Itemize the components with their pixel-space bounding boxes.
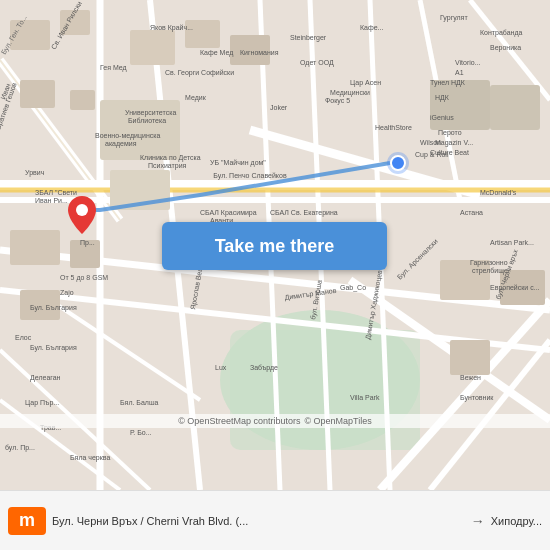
svg-point-118 bbox=[76, 204, 88, 216]
svg-rect-31 bbox=[130, 30, 175, 65]
svg-text:СБАЛ Св. Екатерина: СБАЛ Св. Екатерина bbox=[270, 209, 338, 217]
svg-text:Медицински: Медицински bbox=[330, 89, 370, 97]
svg-rect-40 bbox=[450, 340, 490, 375]
svg-text:Делеаган: Делеаган bbox=[30, 374, 61, 382]
svg-text:Урвич: Урвич bbox=[25, 169, 45, 177]
svg-text:Библиотека: Библиотека bbox=[128, 117, 166, 124]
svg-text:стрелбище: стрелбище bbox=[472, 267, 508, 275]
svg-text:Villa Park: Villa Park bbox=[350, 394, 380, 401]
svg-rect-28 bbox=[10, 230, 60, 265]
svg-text:Steinberger: Steinberger bbox=[290, 34, 327, 42]
svg-text:Lux: Lux bbox=[215, 364, 227, 371]
svg-text:Бунтовник: Бунтовник bbox=[460, 394, 494, 402]
svg-text:Бул. България: Бул. България bbox=[30, 304, 77, 312]
svg-text:Иван Ри...: Иван Ри... bbox=[35, 197, 68, 204]
svg-text:Тунел НДК: Тунел НДК bbox=[430, 79, 466, 87]
svg-rect-27 bbox=[70, 90, 95, 110]
svg-text:Joker: Joker bbox=[270, 104, 288, 111]
svg-text:Вежен: Вежен bbox=[460, 374, 481, 381]
svg-text:Контрабанда: Контрабанда bbox=[480, 29, 523, 37]
destination-stop-label: Хиподру... bbox=[491, 515, 542, 527]
svg-text:Клиника по Детска: Клиника по Детска bbox=[140, 154, 201, 162]
svg-text:Гея Мед: Гея Мед bbox=[100, 64, 127, 72]
destination-pin bbox=[68, 196, 96, 232]
svg-text:НДК: НДК bbox=[435, 94, 450, 102]
arrow-right-icon: → bbox=[471, 513, 485, 529]
moovit-icon: m bbox=[8, 507, 46, 535]
svg-text:Гарнизонно: Гарнизонно bbox=[470, 259, 508, 267]
svg-text:Artisan Park...: Artisan Park... bbox=[490, 239, 534, 246]
omt-attribution: © OpenMapTiles bbox=[304, 416, 371, 426]
svg-text:Астана: Астана bbox=[460, 209, 483, 216]
svg-text:Цар Асен: Цар Асен bbox=[350, 79, 381, 87]
svg-text:Кафе...: Кафе... bbox=[360, 24, 384, 32]
origin-stop-label: Бул. Черни Връх / Cherni Vrah Blvd. (... bbox=[52, 515, 465, 527]
svg-text:От 5 до 8 GSM: От 5 до 8 GSM bbox=[60, 274, 108, 282]
svg-text:Вероника: Вероника bbox=[490, 44, 521, 52]
svg-text:Кафе Мед: Кафе Мед bbox=[200, 49, 233, 57]
svg-text:Magazin V...: Magazin V... bbox=[435, 139, 473, 147]
svg-rect-26 bbox=[20, 80, 55, 108]
svg-text:Бул. България: Бул. България bbox=[30, 344, 77, 352]
svg-text:Zajo: Zajo bbox=[60, 289, 74, 297]
svg-text:Цар Пър...: Цар Пър... bbox=[25, 399, 59, 407]
map-view: Бул. Ген. То... Бул. Пенчо Славейков Пр.… bbox=[0, 0, 550, 490]
svg-text:Пр...: Пр... bbox=[80, 239, 95, 247]
svg-text:Психиатрия: Психиатрия bbox=[148, 162, 187, 170]
svg-text:Бул. Пенчо Славейков: Бул. Пенчо Славейков bbox=[213, 172, 287, 180]
svg-text:бул. Пр...: бул. Пр... bbox=[5, 444, 35, 452]
take-me-there-button[interactable]: Take me there bbox=[162, 222, 387, 270]
svg-text:Фокус 5: Фокус 5 bbox=[325, 97, 350, 105]
svg-text:Яков Крайч...: Яков Крайч... bbox=[150, 24, 193, 32]
moovit-logo: m bbox=[8, 507, 46, 535]
svg-text:Забърде: Забърде bbox=[250, 364, 278, 372]
svg-text:Гургулят: Гургулят bbox=[440, 14, 468, 22]
svg-text:HealthStore: HealthStore bbox=[375, 124, 412, 131]
svg-rect-38 bbox=[440, 260, 490, 300]
svg-text:iGenius: iGenius bbox=[430, 114, 454, 121]
svg-text:Gab_Co: Gab_Co bbox=[340, 284, 366, 292]
svg-text:ЗБАЛ "Свети: ЗБАЛ "Свети bbox=[35, 189, 77, 196]
svg-text:Vitorio...: Vitorio... bbox=[455, 59, 481, 66]
svg-text:McDonald's: McDonald's bbox=[480, 189, 517, 196]
svg-text:Одет ООД: Одет ООД bbox=[300, 59, 334, 67]
svg-rect-36 bbox=[430, 80, 490, 130]
svg-text:Culture Beat: Culture Beat bbox=[430, 149, 469, 156]
svg-text:Университетска: Университетска bbox=[125, 109, 176, 117]
svg-text:академия: академия bbox=[105, 140, 137, 148]
svg-text:A1: A1 bbox=[455, 69, 464, 76]
svg-text:Военно-медицинска: Военно-медицинска bbox=[95, 132, 160, 140]
svg-text:СБАЛ Красимира: СБАЛ Красимира bbox=[200, 209, 257, 217]
svg-text:УБ "Майчин дом": УБ "Майчин дом" bbox=[210, 159, 266, 167]
svg-text:Бял. Балша: Бял. Балша bbox=[120, 399, 159, 406]
bottom-bar: m Бул. Черни Връх / Cherni Vrah Blvd. (.… bbox=[0, 490, 550, 550]
svg-text:Перото: Перото bbox=[438, 129, 462, 137]
svg-text:Св. Георги Софийски: Св. Георги Софийски bbox=[165, 69, 234, 77]
svg-rect-37 bbox=[490, 85, 540, 130]
route-info: Бул. Черни Връх / Cherni Vrah Blvd. (... bbox=[52, 515, 465, 527]
svg-text:Р. Бо...: Р. Бо... bbox=[130, 429, 152, 436]
osm-attribution: © OpenStreetMap contributors bbox=[178, 416, 300, 426]
origin-dot bbox=[390, 155, 406, 171]
svg-text:Елос: Елос bbox=[15, 334, 32, 341]
svg-text:Медик: Медик bbox=[185, 94, 207, 102]
svg-text:Кигномания: Кигномания bbox=[240, 49, 279, 56]
svg-text:Бяла черква: Бяла черква bbox=[70, 454, 110, 462]
map-attribution: © OpenStreetMap contributors © OpenMapTi… bbox=[0, 414, 550, 428]
